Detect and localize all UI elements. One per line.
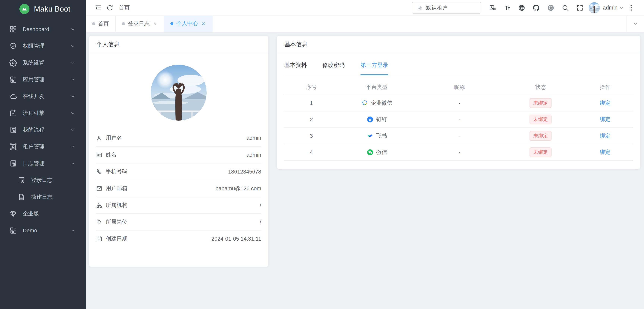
tab-profile-center[interactable]: 个人中心 (164, 16, 212, 32)
row-index: 1 (284, 100, 338, 106)
table-header-row: 序号 平台类型 昵称 状态 操作 (284, 80, 633, 95)
tab-third-party-login[interactable]: 第三方登录 (360, 61, 388, 75)
nickname-cell: - (415, 149, 504, 155)
avatar (588, 2, 600, 13)
translate-button[interactable] (485, 0, 500, 16)
text-size-icon (504, 4, 511, 11)
close-icon[interactable] (152, 21, 157, 26)
platform-cell: 飞书 (338, 132, 415, 140)
sidebar-item-app-management[interactable]: 应用管理 (0, 71, 86, 88)
globe-icon (518, 4, 526, 11)
tab-overflow-button[interactable] (626, 16, 644, 32)
sidebar-item-enterprise[interactable]: 企业版 (0, 205, 86, 222)
field-username: 用户名 admin (96, 130, 261, 146)
tab-change-password[interactable]: 修改密码 (322, 61, 345, 75)
sidebar-item-tenant-management[interactable]: 租户管理 (0, 138, 86, 155)
grid-icon (9, 25, 17, 33)
bind-link[interactable]: 绑定 (600, 132, 610, 140)
platform-name: 企业微信 (371, 99, 392, 107)
sidebar-item-log-management[interactable]: 日志管理 (0, 155, 86, 172)
field-create-date: 创建日期 2024-01-05 14:31:11 (96, 230, 261, 247)
tab-basic-profile[interactable]: 基本资料 (284, 61, 307, 75)
sidebar-item-system-settings[interactable]: 系统设置 (0, 54, 86, 71)
chevron-down-icon (70, 110, 76, 116)
sidebar-item-workflow-engine[interactable]: 流程引擎 (0, 105, 86, 121)
status-cell: 未绑定 (504, 98, 577, 108)
sidebar-item-label: 应用管理 (23, 76, 44, 83)
tab-dot (92, 22, 95, 25)
platform-name: 钉钉 (376, 116, 387, 123)
tab-bar: 首页 登录日志 个人中心 (86, 16, 644, 32)
basic-info-card: 基本信息 基本资料 修改密码 第三方登录 序号 平台类型 昵称 状态 操作 (277, 36, 640, 169)
app-logo[interactable]: Maku Boot (0, 0, 86, 18)
chevron-down-icon (70, 144, 76, 149)
calendar-check-icon (9, 109, 17, 117)
collapse-sidebar-button[interactable] (92, 0, 104, 16)
tab-home[interactable]: 首页 (86, 16, 116, 32)
kebab-menu-icon (628, 4, 635, 11)
sidebar-item-demo[interactable]: Demo (0, 222, 86, 239)
document-user-icon (18, 176, 25, 184)
field-value: / (260, 202, 261, 208)
sidebar-item-operation-log[interactable]: 操作日志 (0, 189, 86, 205)
table-row: 1 企业微信 - 未绑定 绑定 (284, 95, 633, 111)
sidebar-item-online-dev[interactable]: 在线开发 (0, 88, 86, 105)
nickname-cell: - (415, 116, 504, 123)
fullscreen-button[interactable] (572, 0, 587, 16)
more-menu-button[interactable] (624, 0, 638, 16)
bind-link[interactable]: 绑定 (600, 149, 610, 156)
refresh-icon (106, 4, 113, 11)
tenant-select[interactable]: 默认租户 (412, 2, 481, 13)
shield-check-icon (9, 42, 17, 50)
top-header: 首页 默认租户 admin (86, 0, 644, 16)
close-icon[interactable] (201, 21, 206, 26)
fullscreen-icon (576, 4, 584, 11)
platform-cell: 微信 (338, 149, 415, 156)
field-label: 所属机构 (106, 202, 127, 209)
tag-icon (96, 219, 102, 225)
platform-name: 微信 (376, 149, 387, 156)
sidebar-item-login-log[interactable]: 登录日志 (0, 172, 86, 189)
chevron-down-icon (70, 228, 76, 233)
nickname-cell: - (415, 133, 504, 139)
sidebar-item-label: 在线开发 (23, 93, 44, 100)
field-label: 手机号码 (106, 168, 127, 175)
field-value: admin (246, 152, 261, 158)
table-row: 4 微信 - 未绑定 绑定 (284, 144, 633, 161)
sidebar-item-my-workflows[interactable]: 我的流程 (0, 121, 86, 138)
tab-login-log[interactable]: 登录日志 (116, 16, 164, 32)
column-header: 操作 (577, 83, 633, 91)
chevron-down-icon (70, 60, 76, 66)
field-label: 创建日期 (106, 235, 127, 243)
sidebar-item-label: 登录日志 (31, 177, 52, 184)
feishu-icon (366, 132, 374, 139)
field-value: 2024-01-05 14:31:11 (212, 236, 261, 242)
column-header: 昵称 (415, 83, 504, 91)
field-label: 用户邮箱 (106, 185, 127, 192)
column-header: 平台类型 (338, 83, 415, 91)
action-cell: 绑定 (577, 132, 633, 140)
sidebar-item-label: 系统设置 (23, 59, 44, 66)
github-button[interactable] (529, 0, 544, 16)
status-badge: 未绑定 (530, 147, 552, 157)
gitee-button[interactable] (544, 0, 558, 16)
language-button[interactable] (514, 0, 529, 16)
field-mobile: 手机号码 13612345678 (96, 163, 261, 180)
user-menu[interactable]: admin (588, 2, 624, 13)
refresh-button[interactable] (104, 0, 116, 16)
search-button[interactable] (558, 0, 572, 16)
sidebar-item-permissions[interactable]: 权限管理 (0, 38, 86, 54)
platform-cell: 钉钉 (338, 116, 415, 123)
sidebar-item-label: 我的流程 (23, 126, 44, 134)
sidebar-item-label: 权限管理 (23, 42, 44, 50)
main-area: 首页 默认租户 admin 首页 (86, 0, 644, 309)
sidebar-item-dashboard[interactable]: Dashboard (0, 21, 86, 38)
text-size-button[interactable] (500, 0, 514, 16)
bind-link[interactable]: 绑定 (600, 116, 610, 123)
bind-link[interactable]: 绑定 (600, 99, 610, 107)
chevron-up-icon (70, 161, 76, 166)
sidebar: Maku Boot Dashboard 权限管理 系统设置 应用管理 在线开发 (0, 0, 86, 309)
document-user-icon (9, 126, 17, 134)
user-name: admin (603, 5, 618, 11)
diamond-icon (9, 210, 17, 218)
